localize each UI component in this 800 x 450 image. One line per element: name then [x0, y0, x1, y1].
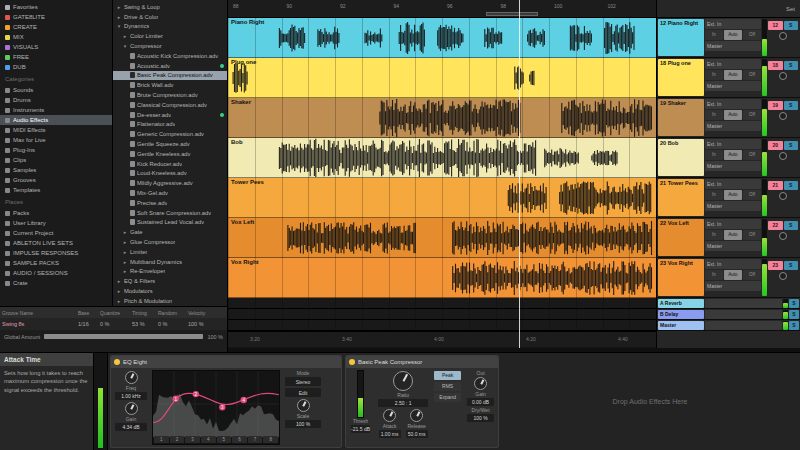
browser-file-precise-adv[interactable]: Precise.adv [113, 198, 227, 208]
solo-button[interactable]: S [784, 101, 799, 110]
browser-file-mix-gel-adv[interactable]: Mix-Gel.adv [113, 188, 227, 198]
place-current-project[interactable]: Current Project [0, 228, 112, 238]
device-on-toggle[interactable] [349, 359, 355, 365]
return-lane-b-delay[interactable] [228, 309, 656, 320]
monitor-auto-button[interactable]: Auto [724, 230, 742, 240]
sidebar-item-max-for-live[interactable]: Max for Live [0, 135, 112, 145]
audio-from-select[interactable]: Ext. In [705, 179, 761, 189]
arm-button[interactable]: 23 [768, 261, 783, 270]
device-compressor[interactable]: Basic Peak Compressor Thresh -21.5 dB Ra… [345, 355, 499, 448]
monitor-off-button[interactable]: Off [743, 150, 761, 160]
collection-dub[interactable]: DUB [0, 62, 112, 72]
monitor-auto-button[interactable]: Auto [724, 30, 742, 40]
audio-from-select[interactable]: Ext. In [705, 99, 761, 109]
browser-folder-eq-filters[interactable]: ▸EQ & Filters [113, 276, 227, 286]
track-lane-vox-left[interactable]: Vox Left [228, 218, 656, 258]
monitor-off-button[interactable]: Off [743, 70, 761, 80]
collection-gate8lite[interactable]: GATE8LITE [0, 12, 112, 22]
freq-value[interactable]: 1.00 kHz [115, 392, 147, 400]
comp-mode-rms[interactable]: RMS [434, 382, 461, 391]
audio-to-select[interactable]: Master [705, 41, 761, 51]
arm-button[interactable]: 19 [768, 101, 783, 110]
track-header-tower-pees[interactable]: 21 Tower PeesExt. InInAutoOffMaster21S [657, 178, 800, 218]
eq-band-7[interactable]: 7 [248, 436, 263, 443]
audio-to-select[interactable]: Master [705, 121, 761, 131]
monitor-auto-button[interactable]: Auto [724, 110, 742, 120]
groove-value[interactable]: 100 % [186, 321, 216, 327]
sidebar-item-samples[interactable]: Samples [0, 165, 112, 175]
pan-knob[interactable] [779, 112, 787, 120]
gain-knob[interactable] [125, 402, 138, 415]
track-lane-tower-pees[interactable]: Tower Pees [228, 178, 656, 218]
audio-to-select[interactable]: Master [705, 161, 761, 171]
place-impulse-responses[interactable]: IMPULSE RESPONSES [0, 248, 112, 258]
device-eq-eight[interactable]: EQ Eight Freq 1.00 kHz Gain 4.34 dB 1234… [110, 355, 342, 448]
groove-row[interactable]: Swing 8s1/160 %53 %0 %100 % [0, 318, 227, 330]
track-title[interactable]: 22 Vox Left [658, 219, 704, 256]
track-title[interactable]: 21 Tower Pees [658, 179, 704, 216]
device-drop-zone[interactable]: Drop Audio Effects Here [502, 355, 798, 448]
sidebar-item-midi-effects[interactable]: MIDI Effects [0, 125, 112, 135]
scale-knob[interactable] [297, 399, 310, 412]
monitor-off-button[interactable]: Off [743, 190, 761, 200]
browser-file-generic-compression-adv[interactable]: Generic Compression.adv [113, 129, 227, 139]
place-audio-sessions[interactable]: AUDIO / SESSIONS [0, 268, 112, 278]
pan-knob[interactable] [779, 232, 787, 240]
browser-folder-re-enveloper[interactable]: ▸Re-Enveloper [113, 267, 227, 277]
eq-band-8[interactable]: 8 [263, 436, 278, 443]
return-title[interactable]: B Delay [658, 310, 704, 319]
browser-file-loud-kneeless-adv[interactable]: Loud-Kneeless.adv [113, 169, 227, 179]
global-amount-slider[interactable] [44, 334, 203, 339]
pan-knob[interactable] [779, 72, 787, 80]
sidebar-item-instruments[interactable]: Instruments [0, 105, 112, 115]
track-lane-piano-right[interactable]: Piano Right [228, 18, 656, 58]
monitor-in-button[interactable]: In [705, 270, 723, 280]
playhead[interactable] [519, 0, 520, 348]
track-title[interactable]: 19 Shaker [658, 99, 704, 136]
browser-folder-color-limiter[interactable]: ▸Color Limiter [113, 31, 227, 41]
audio-from-select[interactable]: Ext. In [705, 59, 761, 69]
browser-folder-pitch-modulation[interactable]: ▸Pitch & Modulation [113, 296, 227, 306]
eq-display[interactable]: 1234 12345678 [152, 370, 280, 445]
set-button[interactable]: Set [786, 6, 795, 12]
browser-file-gentle-squeeze-adv[interactable]: Gentle Squeeze.adv [113, 139, 227, 149]
collection-favorites[interactable]: Favorites [0, 2, 112, 12]
device-on-toggle[interactable] [114, 359, 120, 365]
browser-folder-compressor[interactable]: ▾Compressor [113, 41, 227, 51]
sidebar-item-sounds[interactable]: Sounds [0, 85, 112, 95]
browser-folder-multiband-dynamics[interactable]: ▸Multiband Dynamics [113, 257, 227, 267]
audio-from-select[interactable]: Ext. In [705, 219, 761, 229]
browser-folder-swing-loop[interactable]: ▸Swing & Loop [113, 2, 227, 12]
sidebar-item-grooves[interactable]: Grooves [0, 175, 112, 185]
release-value[interactable]: 50.0 ms [406, 430, 428, 438]
mode-select[interactable]: Stereo [285, 377, 321, 386]
return-routing[interactable] [705, 321, 782, 330]
monitor-in-button[interactable]: In [705, 230, 723, 240]
eq-band-5[interactable]: 5 [217, 436, 232, 443]
browser-folder-limiter[interactable]: ▸Limiter [113, 247, 227, 257]
browser-file-classical-compression-adv[interactable]: Classical Compression.adv [113, 100, 227, 110]
monitor-off-button[interactable]: Off [743, 30, 761, 40]
audio-to-select[interactable]: Master [705, 281, 761, 291]
return-routing[interactable] [705, 310, 782, 319]
arm-button[interactable]: 22 [768, 221, 783, 230]
comp-mode-peak[interactable]: Peak [434, 371, 461, 380]
browser-folder-glue-compressor[interactable]: ▸Glue Compressor [113, 237, 227, 247]
track-header-vox-left[interactable]: 22 Vox LeftExt. InInAutoOffMaster22S [657, 218, 800, 258]
loop-brace[interactable] [486, 12, 538, 16]
ratio-knob[interactable] [393, 371, 413, 391]
arm-button[interactable]: 18 [768, 61, 783, 70]
browser-file-de-esser-adv[interactable]: De-esser.adv [113, 110, 227, 120]
edit-button[interactable]: Edit [285, 388, 321, 397]
thresh-value[interactable]: -21.5 dB [351, 425, 370, 433]
track-header-vox-right[interactable]: 23 Vox RightExt. InInAutoOffMaster23S [657, 258, 800, 298]
solo-button[interactable]: S [784, 141, 799, 150]
return-title[interactable]: Master [658, 321, 704, 330]
return-lane-a-reverb[interactable] [228, 298, 656, 309]
eq-band-1[interactable]: 1 [154, 436, 169, 443]
arm-button[interactable]: 20 [768, 141, 783, 150]
pan-knob[interactable] [779, 272, 787, 280]
track-header-bob[interactable]: 20 BobExt. InInAutoOffMaster20S [657, 138, 800, 178]
threshold-slider[interactable] [357, 370, 364, 418]
solo-button[interactable]: S [789, 310, 799, 319]
